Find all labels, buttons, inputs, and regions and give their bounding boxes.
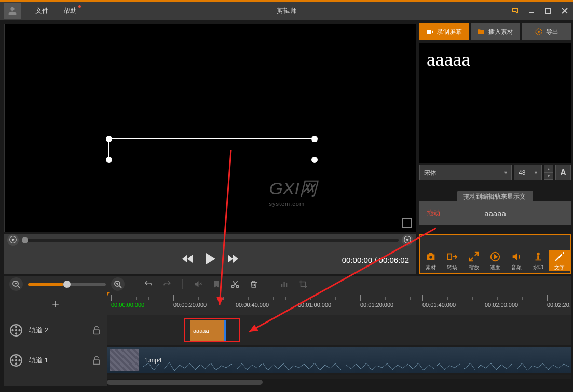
svg-rect-12	[535, 260, 541, 261]
user-avatar[interactable]	[4, 3, 21, 19]
svg-line-14	[18, 286, 20, 288]
clip-edge[interactable]	[224, 320, 226, 341]
pencil-icon	[553, 250, 566, 263]
notification-dot	[78, 5, 81, 8]
add-track-button[interactable]: ＋	[4, 292, 107, 315]
watermark-word: 网	[299, 178, 317, 198]
text-clip[interactable]: aaaaa	[184, 318, 240, 342]
font-family-select[interactable]: 宋体▼	[419, 165, 512, 180]
record-label: 录制屏幕	[437, 27, 462, 36]
seek-start-button[interactable]: ⦿	[7, 234, 19, 246]
tab-watermark-label: 水印	[533, 264, 543, 271]
svg-point-6	[538, 31, 540, 33]
watermark-sub: system.com	[269, 201, 317, 207]
cut-button[interactable]	[228, 277, 242, 291]
tab-zoom[interactable]: 缩放	[463, 250, 484, 271]
svg-line-17	[119, 286, 121, 288]
spin-up[interactable]: ▲	[544, 165, 553, 173]
restore-icon[interactable]	[510, 6, 520, 16]
track-lane-1[interactable]: 1.mp4	[107, 345, 571, 375]
unlock-icon[interactable]	[91, 325, 102, 335]
svg-point-29	[15, 332, 17, 334]
resize-handle-tl[interactable]	[106, 136, 112, 142]
delete-button[interactable]	[247, 277, 261, 291]
camera-icon	[425, 250, 437, 263]
maximize-button[interactable]	[543, 6, 553, 16]
film-reel-icon	[9, 324, 23, 337]
resize-handle-br[interactable]	[311, 157, 318, 163]
preview-canvas[interactable]: GXI网 system.com	[4, 24, 416, 232]
unlock-icon[interactable]	[91, 355, 102, 366]
tab-material-label: 素材	[426, 264, 436, 271]
prev-frame-button[interactable]	[181, 254, 194, 266]
font-size-select[interactable]: 48▼	[514, 165, 542, 180]
svg-rect-4	[427, 30, 431, 34]
font-color-button[interactable]: A	[555, 165, 571, 180]
fullscreen-icon[interactable]	[402, 218, 412, 228]
spin-down[interactable]: ▼	[544, 173, 553, 180]
tracks-body[interactable]: 00:00:00.00000:00:20.00000:00:40.00000:0…	[107, 292, 571, 386]
svg-rect-11	[537, 255, 539, 259]
zoom-thumb[interactable]	[63, 281, 71, 288]
tab-transition-label: 转场	[447, 264, 457, 271]
chevron-down-icon: ▼	[503, 170, 508, 175]
mute-button[interactable]	[191, 277, 204, 291]
track-head-2[interactable]: 轨道 2	[4, 315, 107, 345]
next-frame-button[interactable]	[227, 254, 239, 266]
redo-button[interactable]	[160, 277, 174, 291]
svg-rect-26	[286, 283, 287, 287]
svg-rect-1	[545, 8, 551, 13]
time-ruler[interactable]: 00:00:00.00000:00:20.00000:00:40.00000:0…	[107, 292, 571, 315]
svg-rect-25	[284, 282, 285, 288]
tab-speed[interactable]: 速度	[484, 250, 506, 271]
undo-button[interactable]	[142, 277, 155, 291]
scrollbar-thumb[interactable]	[107, 380, 263, 385]
tab-text[interactable]: 文字	[549, 250, 570, 271]
track-head-1[interactable]: 轨道 1	[4, 345, 107, 375]
zoom-slider[interactable]	[28, 283, 106, 286]
watermark: GXI网 system.com	[269, 177, 317, 207]
menu-file[interactable]: 文件	[28, 6, 56, 16]
minimize-button[interactable]	[526, 6, 537, 16]
menu-help[interactable]: 帮助	[56, 6, 84, 16]
chevron-down-icon: ▼	[534, 170, 538, 175]
insert-material-button[interactable]: 插入素材	[471, 23, 520, 40]
record-screen-button[interactable]: 录制屏幕	[419, 23, 469, 40]
audio-waveform	[143, 361, 569, 372]
seek-end-button[interactable]: ⦿	[402, 234, 413, 246]
svg-point-28	[15, 326, 17, 328]
zoom-in-button[interactable]	[111, 277, 125, 291]
text-input-area[interactable]: aaaaa	[419, 43, 571, 163]
drag-text-item[interactable]: 拖动 aaaaa	[419, 201, 571, 225]
film-reel-icon	[9, 354, 23, 367]
tab-transition[interactable]: 转场	[441, 250, 462, 271]
close-button[interactable]	[560, 6, 570, 16]
tab-material[interactable]: 素材	[420, 250, 441, 271]
watermark-icon	[532, 250, 544, 263]
tab-audio[interactable]: 音频	[506, 250, 527, 271]
horizontal-scrollbar[interactable]	[107, 379, 571, 386]
resize-handle-tr[interactable]	[311, 136, 318, 142]
crop-button[interactable]	[296, 277, 310, 291]
tab-speed-label: 速度	[490, 264, 500, 271]
ruler-tick: 00:00:20.000	[173, 302, 207, 308]
track-headers: ＋ 轨道 2 轨道 1	[4, 292, 107, 386]
playhead[interactable]	[107, 292, 107, 315]
marker-button[interactable]	[210, 277, 223, 291]
levels-button[interactable]	[278, 277, 291, 291]
play-button[interactable]	[203, 251, 217, 268]
svg-point-30	[11, 329, 13, 331]
text-bounding-box[interactable]	[108, 138, 315, 160]
track-lane-2[interactable]: aaaaa	[107, 315, 571, 345]
video-clip[interactable]: 1.mp4	[107, 347, 571, 373]
font-size-spinner[interactable]: ▲▼	[544, 165, 553, 180]
resize-handle-bl[interactable]	[106, 157, 112, 163]
track-2-name: 轨道 2	[29, 326, 85, 335]
tab-watermark[interactable]: 水印	[527, 250, 549, 271]
export-button[interactable]: 导出	[522, 23, 571, 40]
zoom-out-button[interactable]	[9, 277, 23, 291]
seek-slider[interactable]	[22, 239, 399, 242]
seek-thumb[interactable]	[22, 237, 28, 243]
svg-point-31	[18, 329, 20, 331]
timeline-toolbar	[4, 276, 571, 292]
